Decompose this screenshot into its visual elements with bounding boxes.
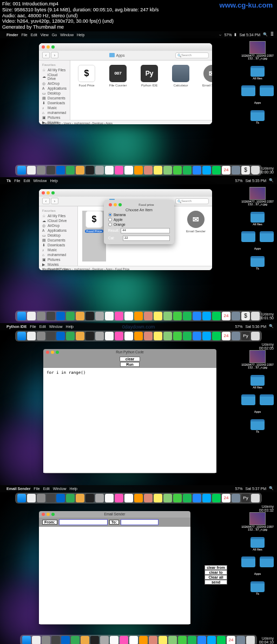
dock-photos-icon[interactable] (124, 166, 133, 175)
dock-icon[interactable] (105, 494, 114, 502)
dock-icon[interactable] (42, 636, 50, 644)
dock-python-icon[interactable]: Py (241, 332, 250, 340)
sidebar-item-allfiles[interactable]: ☆All My Files (39, 213, 77, 218)
radio-icon[interactable] (108, 223, 112, 226)
clear-button[interactable]: clear (120, 357, 140, 361)
dock-itunes-icon[interactable] (115, 166, 123, 175)
zoom-icon[interactable] (51, 191, 55, 194)
dock-icon[interactable] (163, 332, 172, 340)
dock-icon[interactable] (90, 636, 99, 644)
dock-icon[interactable] (100, 636, 109, 644)
dock-icon[interactable] (212, 312, 221, 320)
dock-icon[interactable] (115, 312, 123, 320)
dock-python-icon[interactable]: Py (241, 494, 250, 502)
dock-calendar-icon[interactable]: 24 (222, 312, 230, 320)
sidebar-item-pictures[interactable]: ▣Pictures (39, 115, 70, 120)
menu-window[interactable]: Window (34, 179, 47, 183)
dock-icon[interactable] (236, 636, 245, 644)
dock-icon[interactable] (197, 636, 206, 644)
dock-trash-icon[interactable] (251, 494, 260, 502)
menu-file[interactable]: File (34, 487, 39, 491)
sidebar-item-documents[interactable]: ▤Documents (39, 96, 70, 100)
dock-icon[interactable] (149, 636, 157, 644)
dock-maps-icon[interactable] (163, 166, 172, 175)
dock-atom-icon[interactable] (66, 166, 75, 175)
spotlight-icon[interactable]: 🔍 (269, 486, 274, 491)
sidebar-item-music[interactable]: ♪Music (39, 247, 77, 252)
clock[interactable]: Sat 5:36 PM (245, 325, 266, 328)
dock-icon[interactable] (32, 636, 41, 644)
dock-icon[interactable] (202, 312, 211, 320)
dock-contacts-icon[interactable] (144, 166, 153, 175)
run-button[interactable]: Run (120, 362, 140, 367)
desktop-folder-2[interactable] (260, 556, 274, 567)
spotlight-icon[interactable]: 🔍 (269, 324, 274, 328)
dock-icon[interactable] (154, 494, 162, 502)
desktop-photo[interactable]: 10269477_102043 2357152…67_n.jpg (241, 350, 274, 370)
to-input[interactable] (121, 519, 159, 525)
app-name[interactable]: Finder (6, 33, 18, 37)
app-python-ide[interactable]: Py Python IDE (137, 65, 161, 116)
desktop-folder-1[interactable] (241, 231, 255, 242)
minimize-icon[interactable] (47, 191, 50, 194)
dock-appstore-icon[interactable] (193, 166, 201, 175)
food-price-dialog[interactable]: Food price Choose An Item Banana Apple O… (104, 200, 174, 244)
dock-icon[interactable] (212, 494, 221, 502)
dock-settings-icon[interactable] (95, 166, 104, 175)
menu-window[interactable]: Window (60, 33, 74, 37)
dock-icon[interactable] (76, 312, 84, 320)
menu-edit[interactable]: Edit (39, 325, 46, 328)
back-button[interactable]: ‹ (42, 52, 50, 58)
dock-trash-icon[interactable] (246, 636, 255, 644)
sidebar-item-movies[interactable]: ▶Movies (39, 262, 77, 267)
dock-finder-icon[interactable] (17, 494, 26, 502)
finder-window[interactable]: ‹ › Apps 🔍 Search Favorites ☆All My File… (39, 43, 212, 124)
dock-icon[interactable] (105, 332, 114, 340)
dock-dollar-icon[interactable]: $ (241, 166, 250, 175)
sidebar-item-home[interactable]: ⌂mohammad (39, 252, 77, 257)
dock-notes-icon[interactable] (154, 166, 162, 175)
menu-help[interactable]: Help (50, 179, 57, 183)
dock-quicktime-icon[interactable] (232, 166, 240, 175)
desktop-folder-allfiles[interactable]: All files (250, 66, 265, 81)
dock-launchpad-icon[interactable] (37, 166, 45, 175)
dock-icon[interactable] (66, 312, 75, 320)
dock-icon[interactable] (115, 494, 123, 502)
desktop-folder-tk[interactable]: Tk (250, 256, 265, 271)
dock-calendar-icon[interactable]: 24 (222, 494, 230, 502)
dock-icon[interactable] (76, 494, 84, 502)
cal-input[interactable]: 22 (123, 236, 170, 241)
sidebar-item-apps[interactable]: AApplications (39, 228, 77, 233)
dock-icon[interactable] (85, 332, 94, 340)
dock-icon[interactable] (115, 332, 123, 340)
dock-icon[interactable] (144, 494, 153, 502)
sidebar-item-airdrop[interactable]: ◎AirDrop (39, 81, 70, 86)
app-name[interactable]: Tk (6, 179, 11, 183)
sidebar-item-music[interactable]: ♪Music (39, 105, 70, 110)
dock-icon[interactable] (124, 332, 133, 340)
dock-icon[interactable] (85, 494, 94, 502)
desktop-folder-allfiles[interactable]: All files (250, 537, 265, 552)
dock-icon[interactable] (163, 494, 172, 502)
app-file-counter[interactable]: 007 File Counter (106, 65, 130, 116)
app-name[interactable]: Python IDE (6, 325, 27, 328)
code-editor[interactable]: for i in range() (43, 368, 216, 473)
zoom-icon[interactable] (118, 203, 122, 206)
fwd-button[interactable]: › (51, 198, 58, 204)
dock-icon[interactable] (183, 312, 192, 320)
dock-icon[interactable] (56, 494, 65, 502)
dock-icon[interactable] (47, 332, 55, 340)
dock-messages-icon[interactable] (173, 166, 182, 175)
close-icon[interactable] (42, 191, 45, 194)
clear-from-button[interactable]: clear from (205, 565, 227, 570)
dock-icon[interactable] (124, 312, 133, 320)
menu-edit[interactable]: Edit (43, 487, 50, 491)
menu-icon[interactable]: ≣ (271, 32, 274, 37)
sidebar-item-home[interactable]: ⌂mohammad (39, 110, 70, 115)
dock-icon[interactable] (27, 312, 36, 320)
dock-icon[interactable] (183, 494, 192, 502)
sidebar-item-downloads[interactable]: ⬇Downloads (39, 243, 77, 247)
sidebar-item-desktop[interactable]: ▭Desktop (39, 233, 77, 238)
spotlight-icon[interactable]: 🔍 (269, 178, 274, 183)
dock-icon[interactable] (85, 312, 94, 320)
